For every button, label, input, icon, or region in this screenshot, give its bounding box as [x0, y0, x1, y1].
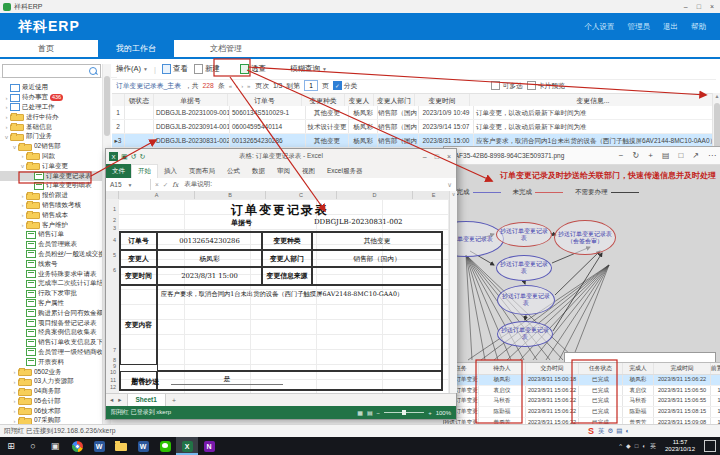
expand-arrow-icon[interactable]: ›: [19, 202, 26, 208]
create-button[interactable]: 新建: [194, 64, 220, 74]
task-column-header[interactable]: 完成人: [623, 363, 654, 374]
action-menu-button[interactable]: 操作(A)▼: [116, 64, 148, 74]
expand-arrow-icon[interactable]: ›: [11, 408, 18, 414]
add-sheet-icon[interactable]: ＋: [171, 396, 178, 405]
task-column-header[interactable]: 完成时间: [654, 363, 711, 374]
sheet-tab[interactable]: Sheet1: [127, 394, 166, 407]
tray-icon[interactable]: ◐: [642, 443, 646, 449]
save-icon[interactable]: ▣: [121, 153, 128, 161]
ribbon-tab-视图[interactable]: 视图: [296, 164, 321, 178]
zoom-slider[interactable]: [384, 412, 424, 413]
fx-icon[interactable]: fx: [172, 181, 178, 189]
cancel-entry-icon[interactable]: ×: [155, 181, 159, 188]
taskbar-word-doc-icon[interactable]: W: [132, 437, 154, 455]
taskbar-wechat-icon[interactable]: [154, 437, 176, 455]
header-link[interactable]: 管理员: [628, 22, 651, 32]
expand-arrow-icon[interactable]: ›: [19, 222, 26, 228]
header-link[interactable]: 帮助: [691, 22, 706, 32]
search-icon[interactable]: [89, 67, 97, 75]
sidebar-item[interactable]: v02销售部: [0, 142, 102, 152]
taskbar-word-icon[interactable]: W: [88, 437, 110, 455]
multi-select-checkbox[interactable]: 可多选: [491, 81, 522, 91]
sidebar-item[interactable]: 订单变更记录表: [0, 171, 102, 181]
workflow-node[interactable]: 抄送订单变更记录表: [497, 285, 555, 315]
expand-arrow-icon[interactable]: ›: [19, 153, 26, 159]
minimize-button[interactable]: –: [684, 3, 688, 10]
sheet-nav-left-icon[interactable]: ◂: [110, 396, 113, 404]
sidebar-item[interactable]: 客户属性: [0, 299, 102, 309]
expand-arrow-icon[interactable]: ›: [3, 95, 10, 101]
card-preview-checkbox[interactable]: 卡片预览: [527, 81, 565, 91]
task-row[interactable]: 抄送订单变更记录表袁启仪2023/8/31 15:06:22已完成袁启仪2023…: [444, 386, 720, 397]
taskbar-task-view-icon[interactable]: ▣: [44, 437, 66, 455]
excel-sheet[interactable]: 订单变更记录表 单据号 DDBGJLB-20230831-002 订单号 001…: [118, 199, 449, 393]
taskbar-clock[interactable]: 11:57 2023/10/12: [665, 439, 695, 453]
maximize-button[interactable]: □: [697, 3, 701, 10]
close-button[interactable]: ×: [710, 3, 714, 10]
select-all-corner[interactable]: [106, 191, 119, 199]
tray-icon[interactable]: ^: [619, 443, 622, 449]
expand-arrow-icon[interactable]: ›: [11, 369, 18, 375]
sidebar-item[interactable]: ›基础信息: [0, 122, 102, 132]
task-row[interactable]: 抄送订单变更记录表陈勤福2023/8/31 15:06:22已完成陈勤福2023…: [444, 407, 720, 418]
tab-首页[interactable]: 首页: [8, 40, 84, 57]
task-column-header[interactable]: 前置任务: [711, 363, 720, 374]
zoom-out-icon[interactable]: −: [377, 410, 381, 416]
zoom-in-icon[interactable]: +: [428, 410, 432, 416]
ribbon-tab-公式[interactable]: 公式: [221, 164, 246, 178]
taskbar-chrome-icon[interactable]: [66, 437, 88, 455]
expand-arrow-icon[interactable]: ›: [19, 193, 26, 199]
table-row[interactable]: 1DDBGJLB-20231009-0015060134S510029-1其他变…: [112, 106, 712, 120]
tab-文档管理[interactable]: 文档管理: [188, 40, 264, 57]
cell-name-box[interactable]: A15▼: [106, 179, 151, 190]
sidebar-item[interactable]: 会员管理账表: [0, 240, 102, 250]
sidebar-item[interactable]: 行政下发审批: [0, 289, 102, 299]
sidebar-item[interactable]: 经典案例信息收集表: [0, 328, 102, 338]
workflow-node[interactable]: 抄送订单变更记录表（会签会审）: [554, 220, 616, 255]
drill-button[interactable]: 透查: [240, 64, 266, 74]
row-number[interactable]: 3: [106, 225, 116, 231]
row-number[interactable]: 5: [106, 252, 116, 258]
formula-expand-icon[interactable]: ∨: [447, 181, 452, 189]
excel-titlebar[interactable]: X ▣ ↺ ↻ 表格: 订单变更记录表 - Excel – □ ×: [106, 149, 456, 164]
sidebar-item[interactable]: v订单变更: [0, 161, 102, 171]
ribbon-tab-插入[interactable]: 插入: [158, 164, 183, 178]
workflow-node[interactable]: 抄送订单变更记录表: [496, 222, 552, 247]
row-number[interactable]: 12: [106, 384, 116, 390]
sidebar-item[interactable]: 购进累计合同有效金额: [0, 308, 102, 318]
sidebar-item[interactable]: ›报价跟进: [0, 191, 102, 201]
task-column-header[interactable]: 交办时间: [526, 363, 579, 374]
excel-close-button[interactable]: ×: [447, 153, 451, 160]
classify-checkbox[interactable]: ✓分类: [333, 81, 358, 91]
row-number[interactable]: 6: [106, 267, 116, 273]
expand-arrow-icon[interactable]: v: [19, 163, 26, 169]
sidebar-item[interactable]: ›销售绩效考核: [0, 201, 102, 211]
sidebar-item[interactable]: ›06技术部: [0, 406, 102, 416]
ime-icon[interactable]: ◐: [626, 427, 630, 434]
sidebar-item[interactable]: 销售订单: [0, 230, 102, 240]
tray-icon[interactable]: □: [635, 443, 639, 449]
ime-icon[interactable]: ⚙: [608, 427, 614, 434]
redo-icon[interactable]: ↻: [140, 153, 146, 161]
ribbon-tab-Excel服务器[interactable]: Excel服务器: [321, 164, 368, 178]
column-header[interactable]: B: [195, 191, 266, 199]
expand-arrow-icon[interactable]: ›: [11, 379, 18, 385]
sidebar-item[interactable]: 会员管理一级经销商收表: [0, 348, 102, 358]
view-layout-icon[interactable]: ▤: [367, 409, 373, 416]
table-row[interactable]: 2DDBGJLB-20230914-00106004595440114技术设计变…: [112, 120, 712, 134]
column-header[interactable]: D: [337, 191, 413, 199]
sidebar-item[interactable]: ›03人力资源部: [0, 377, 102, 387]
ribbon-tab-文件[interactable]: 文件: [106, 164, 131, 178]
ribbon-tab-审阅[interactable]: 审阅: [271, 164, 296, 178]
sidebar-item[interactable]: ›销售成本: [0, 210, 102, 220]
sidebar-item[interactable]: 订单变更明细表: [0, 181, 102, 191]
sidebar-item[interactable]: ›进行中待办: [0, 112, 102, 122]
row-number[interactable]: 10: [106, 369, 116, 375]
zoom-level[interactable]: 100%: [436, 410, 451, 416]
sidebar-item[interactable]: ›回款: [0, 152, 102, 162]
taskbar-file-explorer-icon[interactable]: [110, 437, 132, 455]
sidebar-item[interactable]: 会员粉丝/一般送成交换: [0, 250, 102, 260]
formula-text[interactable]: 表单说明:: [184, 180, 212, 189]
tab-我的工作台[interactable]: 我的工作台: [98, 40, 174, 57]
undo-icon[interactable]: ↺: [131, 153, 137, 161]
